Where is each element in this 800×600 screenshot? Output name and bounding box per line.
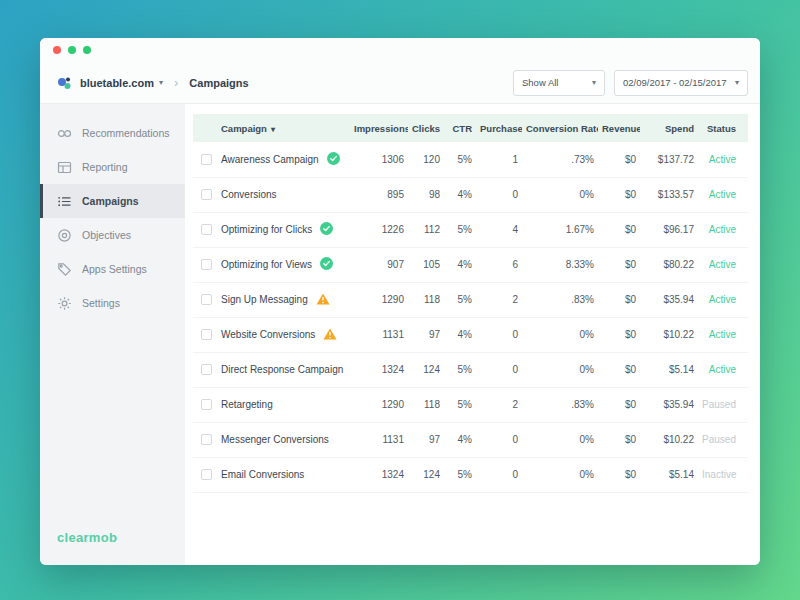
row-checkbox[interactable]	[201, 399, 212, 410]
warning-icon	[316, 293, 330, 307]
cell-clicks: 97	[408, 422, 444, 457]
campaign-name-link[interactable]: Awareness Campaign	[221, 154, 319, 165]
cell-purchase: 0	[476, 177, 522, 212]
show-all-dropdown[interactable]: Show All ▾	[513, 70, 605, 96]
sidebar-item-recommendations[interactable]: Recommendations	[40, 116, 185, 150]
cell-ctr: 5%	[444, 142, 476, 177]
table-row: Website Conversions1131974%00%$0$10.22Ac…	[193, 317, 748, 352]
table-row: Conversions895984%00%$0$133.57Active	[193, 177, 748, 212]
cell-ctr: 5%	[444, 212, 476, 247]
checkbox-cell	[193, 282, 217, 317]
cell-clicks: 105	[408, 247, 444, 282]
cell-ctr: 5%	[444, 282, 476, 317]
checkbox-cell	[193, 422, 217, 457]
sort-chevron-icon: ▾	[271, 125, 275, 134]
row-checkbox[interactable]	[201, 224, 212, 235]
site-name: bluetable.com	[80, 77, 154, 89]
column-header-impressions: Impressions	[350, 114, 408, 142]
cell-spend: $35.94	[640, 282, 698, 317]
campaigns-table-body: Awareness Campaign13061205%1.73%$0$137.7…	[193, 142, 748, 492]
row-checkbox[interactable]	[201, 469, 212, 480]
cell-spend: $10.22	[640, 317, 698, 352]
campaign-name-link[interactable]: Retargeting	[221, 399, 273, 410]
campaign-name-link[interactable]: Optimizing for Views	[221, 259, 312, 270]
select-all-column-header	[193, 114, 217, 142]
campaign-cell: Messenger Conversions	[217, 422, 350, 457]
table-row: Optimizing for Clicks12261125%41.67%$0$9…	[193, 212, 748, 247]
sidebar-item-objectives[interactable]: Objectives	[40, 218, 185, 252]
breadcrumb-separator-icon: ›	[174, 76, 178, 89]
column-header-conversion_rate: Conversion Rate	[522, 114, 598, 142]
cell-ctr: 5%	[444, 387, 476, 422]
column-header-status: Status	[698, 114, 748, 142]
sidebar-item-label: Recommendations	[82, 127, 170, 139]
cell-purchase: 0	[476, 317, 522, 352]
cell-revenue: $0	[598, 247, 640, 282]
cell-spend: $10.22	[640, 422, 698, 457]
column-header-spend: Spend	[640, 114, 698, 142]
cell-purchase: 0	[476, 352, 522, 387]
cell-spend: $35.94	[640, 387, 698, 422]
table-row: Optimizing for Views9071054%68.33%$0$80.…	[193, 247, 748, 282]
date-range-dropdown[interactable]: 02/09/2017 - 02/15/2017 ▾	[614, 70, 748, 96]
cell-impressions: 1290	[350, 387, 408, 422]
campaign-cell: Optimizing for Clicks	[217, 212, 350, 247]
cell-ctr: 5%	[444, 352, 476, 387]
row-checkbox[interactable]	[201, 294, 212, 305]
reporting-icon	[57, 160, 72, 175]
cell-purchase: 2	[476, 282, 522, 317]
checkbox-cell	[193, 177, 217, 212]
cell-conversion_rate: 8.33%	[522, 247, 598, 282]
row-checkbox[interactable]	[201, 364, 212, 375]
sidebar-item-label: Reporting	[82, 161, 128, 173]
row-checkbox[interactable]	[201, 189, 212, 200]
cell-impressions: 1324	[350, 352, 408, 387]
row-checkbox[interactable]	[201, 259, 212, 270]
sidebar-item-reporting[interactable]: Reporting	[40, 150, 185, 184]
window-titlebar	[40, 38, 760, 62]
cell-spend: $137.72	[640, 142, 698, 177]
campaign-cell: Optimizing for Views	[217, 247, 350, 282]
chevron-down-icon: ▾	[159, 79, 163, 87]
sidebar-item-apps-settings[interactable]: Apps Settings	[40, 252, 185, 286]
table-row: Retargeting12901185%2.83%$0$35.94Paused	[193, 387, 748, 422]
column-header-campaign[interactable]: Campaign▾	[217, 114, 350, 142]
cell-revenue: $0	[598, 457, 640, 492]
chevron-down-icon: ▾	[592, 79, 596, 87]
campaign-name-link[interactable]: Direct Response Campaign	[221, 364, 343, 375]
campaign-name-link[interactable]: Email Conversions	[221, 469, 304, 480]
row-checkbox[interactable]	[201, 154, 212, 165]
cell-revenue: $0	[598, 352, 640, 387]
row-checkbox[interactable]	[201, 434, 212, 445]
sidebar-item-label: Settings	[82, 297, 120, 309]
checkbox-cell	[193, 387, 217, 422]
table-row: Email Conversions13241245%00%$0$5.14Inac…	[193, 457, 748, 492]
cell-spend: $80.22	[640, 247, 698, 282]
sidebar-item-campaigns[interactable]: Campaigns	[40, 184, 185, 218]
cell-clicks: 124	[408, 457, 444, 492]
minimize-window-button[interactable]	[68, 46, 76, 54]
cell-revenue: $0	[598, 142, 640, 177]
cell-clicks: 112	[408, 212, 444, 247]
campaign-cell: Email Conversions	[217, 457, 350, 492]
cell-revenue: $0	[598, 387, 640, 422]
status-label: Active	[698, 317, 748, 352]
objectives-icon	[57, 228, 72, 243]
campaign-name-link[interactable]: Optimizing for Clicks	[221, 224, 312, 235]
campaign-name-link[interactable]: Conversions	[221, 189, 277, 200]
status-label: Paused	[698, 422, 748, 457]
site-switcher[interactable]: bluetable.com ▾	[80, 77, 163, 89]
cell-ctr: 4%	[444, 247, 476, 282]
campaign-name-link[interactable]: Sign Up Messaging	[221, 294, 308, 305]
zoom-window-button[interactable]	[83, 46, 91, 54]
campaign-name-link[interactable]: Messenger Conversions	[221, 434, 329, 445]
cell-impressions: 1306	[350, 142, 408, 177]
status-label: Active	[698, 142, 748, 177]
row-checkbox[interactable]	[201, 329, 212, 340]
cell-revenue: $0	[598, 212, 640, 247]
status-label: Inactive	[698, 457, 748, 492]
cell-clicks: 97	[408, 317, 444, 352]
sidebar-item-settings[interactable]: Settings	[40, 286, 185, 320]
close-window-button[interactable]	[53, 46, 61, 54]
campaign-name-link[interactable]: Website Conversions	[221, 329, 315, 340]
